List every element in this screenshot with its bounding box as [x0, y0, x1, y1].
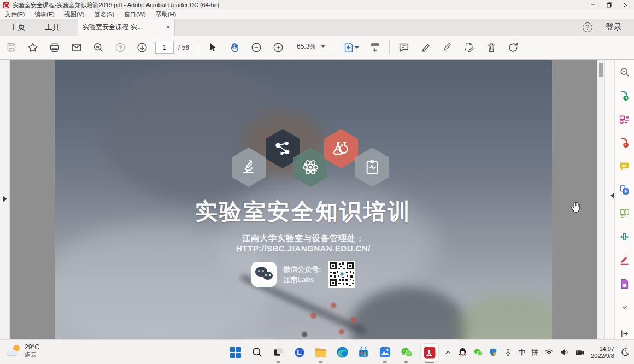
atom-icon [301, 157, 320, 177]
maximize-button[interactable] [601, 0, 618, 10]
highlighter-icon[interactable] [415, 38, 437, 57]
menu-sign[interactable]: 签名(S) [89, 10, 119, 19]
tray-time: 14:07 [591, 345, 614, 353]
page-number-input[interactable]: 1 [155, 42, 174, 54]
tab-home[interactable]: 主页 [0, 19, 35, 36]
rotate-icon[interactable] [502, 38, 524, 57]
night-mode-icon[interactable] [620, 348, 630, 357]
security-shield-icon[interactable] [489, 348, 498, 357]
lenovo-app-icon[interactable] [292, 345, 307, 360]
document-viewer: 实验室安全知识培训 江南大学实验室与设备管理处： HTTP://SBC.JIAN… [0, 60, 634, 339]
help-icon[interactable]: ? [583, 22, 592, 32]
comment-tool-icon[interactable] [617, 158, 633, 174]
delete-icon[interactable] [480, 38, 502, 57]
vertical-scrollbar[interactable] [597, 60, 604, 339]
volume-icon[interactable] [560, 348, 569, 357]
clipboard-report-icon [363, 158, 381, 176]
photos-app-icon[interactable] [378, 345, 392, 360]
hand-tool-icon[interactable] [224, 38, 245, 57]
weather-condition: 多云 [25, 351, 39, 358]
task-view-icon[interactable] [271, 345, 285, 360]
edit-pdf-tool-icon[interactable] [617, 111, 633, 127]
tab-document[interactable]: 实验室安全课程-实... × [78, 19, 175, 36]
wechat-app-icon[interactable] [399, 345, 413, 360]
page-total-label: / 56 [178, 44, 189, 51]
scroll-mode-icon[interactable] [364, 38, 386, 57]
fill-sign-tool-icon[interactable] [617, 252, 633, 268]
acrobat-reader-taskbar-icon[interactable] [420, 343, 439, 362]
export-pdf-icon[interactable] [617, 87, 633, 104]
tray-expand-icon[interactable] [444, 349, 452, 356]
comment-icon[interactable] [393, 38, 415, 57]
scrollbar-thumb[interactable] [599, 63, 603, 77]
sign-in-button[interactable]: 登录 [606, 22, 622, 32]
acrobat-pdf-icon [3, 2, 9, 8]
zoom-out-icon[interactable] [245, 38, 267, 57]
file-explorer-icon[interactable] [314, 345, 328, 360]
right-tools-sidebar [614, 60, 634, 339]
zoom-in-icon[interactable] [267, 38, 289, 57]
pdf-page[interactable]: 实验室安全知识培训 江南大学实验室与设备管理处： HTTP://SBC.JIAN… [55, 60, 552, 339]
edge-browser-icon[interactable] [335, 345, 349, 360]
desktop: { "window": { "title": "实验室安全课程-实验室知识培训2… [0, 0, 634, 364]
windows-taskbar: 29°C 多云 中 拼 14:07 2022/9/8 [0, 339, 634, 364]
page-up-icon[interactable] [109, 38, 131, 57]
search-icon[interactable] [87, 38, 109, 57]
expand-nav-pane-icon[interactable] [3, 196, 10, 202]
ime-language-indicator[interactable]: 中 [518, 348, 525, 357]
print-icon[interactable] [44, 38, 66, 57]
wechat-account-label: 微信公众号: [283, 264, 321, 274]
combine-files-icon[interactable] [617, 181, 633, 198]
fit-page-icon[interactable] [338, 38, 364, 57]
taskbar-clock[interactable]: 14:07 2022/9/8 [591, 345, 614, 360]
select-cursor-icon[interactable] [202, 38, 224, 57]
microphone-icon[interactable] [504, 348, 512, 356]
expand-tools-pane-icon[interactable] [607, 192, 615, 199]
tray-date: 2022/9/8 [591, 353, 614, 360]
microscope-icon [239, 158, 258, 177]
organize-pages-icon[interactable] [617, 205, 633, 221]
document-tab-title: 实验室安全课程-实... [83, 22, 143, 32]
compress-pdf-icon[interactable] [617, 228, 633, 245]
weather-widget[interactable]: 29°C 多云 [7, 343, 39, 358]
edit-pdf-icon[interactable] [459, 38, 480, 57]
menu-edit[interactable]: 编辑(E) [30, 10, 60, 19]
wechat-tray-icon[interactable] [473, 348, 483, 357]
menu-file[interactable]: 文件(F) [0, 10, 30, 19]
system-tray: 中 拼 14:07 2022/9/8 [444, 340, 630, 364]
save-icon[interactable] [0, 38, 22, 57]
slide-subtitle-url: HTTP://SBC.JIANGNAN.EDU.CN/ [55, 244, 552, 253]
hand-cursor [570, 201, 582, 214]
email-icon[interactable] [66, 38, 87, 57]
page-down-icon[interactable] [131, 38, 153, 57]
tools-panel-strip[interactable] [604, 60, 614, 339]
camera-icon[interactable] [575, 348, 585, 357]
taskbar-search-icon[interactable] [250, 345, 264, 360]
star-favorite-icon[interactable] [22, 38, 44, 57]
search-tool-icon[interactable] [617, 64, 633, 80]
convert-pdf-icon[interactable] [617, 275, 633, 292]
main-toolbar: 1 / 56 65.3% [0, 36, 634, 60]
close-button[interactable] [618, 0, 634, 10]
tab-close-icon[interactable]: × [166, 23, 170, 31]
zoom-level-control[interactable]: 65.3% [291, 40, 328, 54]
start-button[interactable] [228, 345, 243, 360]
more-tools-chevron-icon[interactable] [617, 299, 633, 315]
zoom-level-value: 65.3% [297, 43, 315, 50]
menu-view[interactable]: 视图(V) [60, 10, 90, 19]
menu-window[interactable]: 窗口(W) [119, 10, 151, 19]
window-titlebar: 实验室安全课程-实验室知识培训2019.pdf - Adobe Acrobat … [0, 0, 634, 10]
ime-pinyin-indicator[interactable]: 拼 [531, 348, 538, 357]
wifi-icon[interactable] [544, 348, 554, 357]
menu-bar: 文件(F) 编辑(E) 视图(V) 签名(S) 窗口(W) 帮助(H) [0, 10, 634, 19]
create-pdf-icon[interactable] [617, 134, 633, 151]
weather-icon [7, 345, 21, 357]
qq-tray-icon[interactable] [458, 348, 467, 357]
left-nav-panel-strip[interactable] [0, 60, 10, 339]
chemistry-flasks-icon [331, 139, 351, 158]
tab-tools[interactable]: 工具 [35, 19, 70, 36]
minimize-button[interactable] [585, 0, 601, 10]
menu-help[interactable]: 帮助(H) [151, 10, 181, 19]
microsoft-store-icon[interactable] [356, 345, 371, 360]
fill-sign-icon[interactable] [437, 38, 459, 57]
